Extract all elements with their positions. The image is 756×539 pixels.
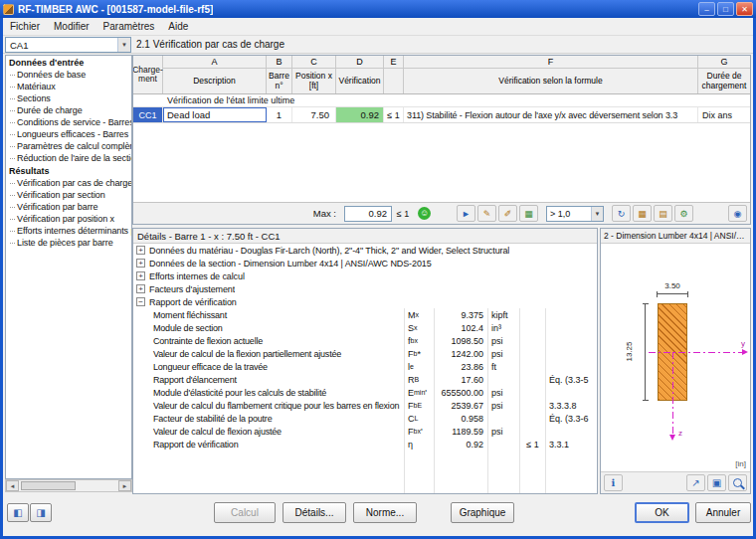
cell-load-case[interactable]: CC1 — [133, 107, 163, 122]
collapse-icon[interactable]: − — [136, 297, 145, 306]
cell-description[interactable]: Dead load — [163, 107, 267, 122]
table-empty-area — [133, 123, 750, 202]
details-group-section[interactable]: + Données de la section - Dimension Lumb… — [133, 257, 597, 270]
horizontal-axis-label: y — [741, 339, 745, 348]
details-button[interactable]: Détails... — [283, 502, 346, 523]
tree-item-conditions-service[interactable]: Conditions de service - Barres — [6, 116, 131, 128]
graphique-button[interactable]: Graphique — [451, 502, 514, 523]
details-row: Valeur de calcul de la flexion partielle… — [133, 347, 597, 360]
details-group-efforts[interactable]: + Efforts internes de calcul — [133, 270, 597, 282]
tree-item-duree-de-charge[interactable]: Durée de charge — [6, 104, 131, 116]
expand-icon[interactable]: + — [136, 271, 145, 280]
column-header-description: A Description — [163, 56, 267, 93]
scroll-left-icon[interactable]: ◄ — [6, 480, 19, 491]
norme-button[interactable]: Norme... — [353, 502, 417, 523]
details-title: Détails - Barre 1 - x : 7.50 ft - CC1 — [133, 229, 597, 244]
app-icon — [3, 4, 14, 15]
details-row: Module de section Sx 102.4 in³ — [133, 321, 597, 334]
symbol: RB — [404, 373, 434, 386]
symbol: le — [404, 360, 434, 373]
menu-fichier[interactable]: Fichier — [3, 19, 47, 34]
zoom-fit-icon[interactable]: ▣ — [707, 474, 726, 491]
cross-section-drawing: 3.50 13.25 y z [in] — [601, 244, 750, 471]
zoom-icon[interactable] — [728, 474, 747, 491]
menu-modifier[interactable]: Modifier — [47, 19, 96, 34]
recalculate-icon[interactable]: ↻ — [612, 205, 631, 222]
menu-parametres[interactable]: Paramètres — [96, 19, 162, 34]
annuler-button[interactable]: Annuler — [695, 502, 751, 523]
result-filter-value: > 1,0 — [550, 209, 570, 219]
height-dimension-line — [645, 303, 646, 401]
tree-section-resultats[interactable]: Résultats — [6, 164, 131, 177]
edit-comment-icon[interactable]: ✎ — [477, 205, 496, 222]
tree-item-efforts-internes[interactable]: Efforts internes déterminants p — [6, 225, 131, 237]
info-icon[interactable]: ℹ — [604, 474, 623, 491]
tree-item-verif-barre[interactable]: Vérification par barre — [6, 201, 131, 213]
menu-aide[interactable]: Aide — [161, 19, 195, 34]
scrollbar-thumb[interactable] — [21, 481, 76, 490]
tree-item-donnees-de-base[interactable]: Données de base — [6, 69, 131, 81]
window-controls: – □ ✕ — [698, 2, 753, 16]
expand-icon[interactable]: + — [136, 284, 145, 293]
calcul-button[interactable]: Calcul — [214, 502, 276, 523]
verification-table: Charge- ment A Description B Barre n° C … — [132, 55, 751, 225]
details-panel: Détails - Barre 1 - x : 7.50 ft - CC1 + … — [132, 228, 598, 494]
check-ok-smiley-icon: ☺ — [418, 207, 431, 220]
horizontal-axis-line — [649, 352, 744, 353]
table-row[interactable]: CC1 Dead load 1 7.50 0.92 ≤ 1 311) Stabi… — [133, 107, 750, 123]
settings-icon[interactable]: ⚙ — [674, 205, 693, 222]
annotate-icon[interactable]: ✐ — [498, 205, 517, 222]
max-value: 0.92 — [344, 206, 392, 222]
expand-icon[interactable]: + — [136, 259, 145, 268]
symbol: fbx — [404, 334, 434, 347]
expand-icon[interactable]: + — [136, 246, 145, 255]
column-header-chargement: Charge- ment — [133, 56, 163, 93]
tree-item-longueurs-efficaces[interactable]: Longueurs efficaces - Barres — [6, 128, 131, 140]
symbol: CL — [404, 412, 434, 425]
eye-icon[interactable]: ◉ — [728, 205, 747, 222]
vertical-axis-label: z — [678, 429, 682, 438]
tree-section-donnees-entree[interactable]: Données d'entrée — [6, 56, 131, 69]
details-row: Valeur de calcul du flambement critique … — [133, 399, 597, 412]
tree-item-verif-cas-de-charge[interactable]: Vérification par cas de charge — [6, 177, 131, 189]
tree-item-sections[interactable]: Sections — [6, 92, 131, 104]
show-result-values-icon[interactable]: ► — [457, 205, 475, 222]
chevron-down-icon[interactable]: ▼ — [591, 207, 603, 221]
tree-item-verif-section[interactable]: Vérification par section — [6, 189, 131, 201]
toggle-details-panel-button[interactable]: ◨ — [30, 503, 52, 522]
client-area: Fichier Modifier Paramètres Aide 2.1 Vér… — [3, 18, 753, 536]
result-diagram-icon[interactable]: ▦ — [519, 205, 538, 222]
section-panel-title: 2 - Dimension Lumber 4x14 | ANSI/AWC — [601, 229, 750, 244]
open-in-graphic-icon[interactable]: ↗ — [686, 474, 705, 491]
maximize-button[interactable]: □ — [717, 2, 734, 16]
tree-item-verif-position-x[interactable]: Vérification par position x — [6, 213, 131, 225]
details-row: Longueur efficace de la travée le 23.86 … — [133, 360, 597, 373]
toggle-navigator-panel-button[interactable]: ◧ — [7, 503, 29, 522]
details-group-rapport[interactable]: − Rapport de vérification — [133, 295, 597, 308]
chevron-down-icon[interactable]: ▼ — [117, 38, 130, 52]
scrollbar-track[interactable] — [19, 480, 118, 491]
symbol: Emin' — [404, 386, 434, 399]
close-button[interactable]: ✕ — [736, 2, 753, 16]
height-dimension: 13.25 — [625, 341, 634, 361]
details-group-facteurs[interactable]: + Facteurs d'ajustement — [133, 282, 597, 295]
tree-item-reduction-aire[interactable]: Réduction de l'aire de la section — [6, 152, 131, 164]
tree-item-parametres-calcul[interactable]: Paramètres de calcul complème — [6, 140, 131, 152]
menu-bar: Fichier Modifier Paramètres Aide — [3, 18, 753, 36]
print-icon[interactable]: ▤ — [654, 205, 672, 222]
column-header-position: C Position x [ft] — [292, 56, 336, 93]
tree-item-materiaux[interactable]: Matériaux — [6, 81, 131, 92]
scroll-right-icon[interactable]: ► — [118, 480, 131, 491]
sidebar-scrollbar[interactable]: ◄ ► — [5, 479, 132, 492]
export-table-icon[interactable]: ▦ — [633, 205, 652, 222]
drawing-unit-label: [in] — [735, 459, 746, 468]
details-group-materiau[interactable]: + Données du matériau - Douglas Fir-Larc… — [133, 244, 597, 257]
tree-item-liste-pieces[interactable]: Liste de pièces par barre — [6, 237, 131, 249]
max-label: Max : — [133, 208, 344, 219]
load-case-selector[interactable]: CA1 ▼ — [5, 37, 131, 53]
ok-button[interactable]: OK — [635, 502, 689, 523]
table-group-row: Vérification de l'état limite ultime — [133, 94, 750, 107]
column-header-duree: G Durée de chargement — [698, 56, 750, 93]
result-filter-select[interactable]: > 1,0 ▼ — [546, 206, 604, 222]
minimize-button[interactable]: – — [698, 2, 715, 16]
